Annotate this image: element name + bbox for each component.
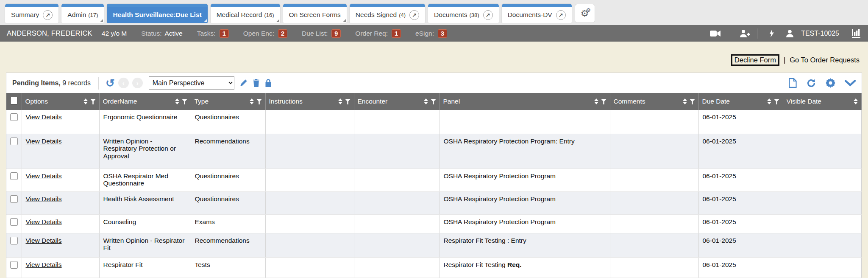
table-row: View Details Health Risk Assessment Ques… [6,191,862,214]
cell-due-date: 06-01-2025 [698,134,783,168]
lock-icon[interactable] [265,79,272,87]
bar-chart-icon[interactable] [852,29,860,38]
external-link-icon[interactable]: ↗ [43,10,53,20]
tab-settings-button[interactable]: ⚙ ⚙ [575,4,595,23]
patient-age-sex: 42 y/o M [102,30,127,37]
row-checkbox[interactable] [10,195,18,203]
view-details-link[interactable]: View Details [26,172,62,180]
row-checkbox[interactable] [10,261,18,269]
perspective-select[interactable]: Main Perspective [149,76,234,90]
cell-visible-date [783,214,862,233]
due-list-label: Due List: [302,30,328,37]
link-separator: | [784,56,785,64]
cell-comments [610,110,698,134]
open-enc-badge[interactable]: 2 [278,29,287,38]
tab-medical-record[interactable]: Medical Record (16) [211,4,280,23]
filter-icon[interactable] [90,99,96,104]
decline-form-link-box[interactable]: Decline Form [731,54,779,66]
tab-needs-signed[interactable]: Needs Signed (4) ↗ [350,4,425,23]
add-user-icon[interactable] [740,30,750,37]
trash-icon[interactable] [253,79,260,87]
view-details-link[interactable]: View Details [26,138,62,145]
sort-icon[interactable] [594,98,598,104]
edit-pencil-icon[interactable] [239,79,248,87]
order-req-badge[interactable]: 1 [392,29,401,38]
grid-title: Pending Items, 9 records [12,79,91,87]
row-checkbox[interactable] [10,138,18,145]
go-to-order-requests-link[interactable]: Go To Order Requests [790,56,860,64]
external-link-icon[interactable]: ↗ [483,10,493,20]
tab-fold-icon [204,19,207,22]
row-checkbox[interactable] [10,172,18,180]
patient-banner: ANDERSON, FREDERICK 42 y/o M Status: Act… [0,25,868,42]
refresh-icon[interactable] [806,78,816,88]
cell-instructions [265,257,354,278]
sort-icon[interactable] [338,98,342,104]
sort-icon[interactable] [424,98,428,104]
cell-instructions [265,233,354,257]
tab-documents[interactable]: Documents (38) ↗ [428,4,499,23]
cell-order-name: OSHA Respirator Med Questionnaire [99,168,191,191]
open-enc-label: Open Enc: [243,30,274,37]
row-checkbox[interactable] [10,218,18,226]
filter-icon[interactable] [774,99,779,104]
cell-due-date: 06-01-2025 [698,110,783,134]
filter-icon[interactable] [690,99,695,104]
external-link-icon[interactable]: ↗ [556,10,566,20]
filter-icon[interactable] [182,99,187,104]
sort-icon[interactable] [683,98,687,104]
row-checkbox[interactable] [10,113,18,121]
sort-icon[interactable] [767,98,771,104]
cell-order-name: Ergonomic Questionnaire [99,110,191,134]
view-details-link[interactable]: View Details [26,218,62,225]
tasks-badge[interactable]: 1 [220,29,229,38]
tab-health-surveillance-due-list[interactable]: Health Surveillance:Due List [107,4,207,23]
chevron-down-icon[interactable] [845,80,856,87]
sort-icon[interactable] [250,98,254,104]
sort-icon[interactable] [854,98,858,104]
lightning-icon[interactable] [769,29,774,37]
sort-icon[interactable] [83,98,88,104]
tab-summary[interactable]: Summary ↗ [5,4,58,23]
filter-icon[interactable] [256,99,262,104]
sort-icon[interactable] [175,98,179,104]
video-camera-icon[interactable] [710,30,721,37]
tab-label: Admin [67,11,86,19]
tab-on-screen-forms[interactable]: On Screen Forms [283,4,347,23]
view-details-link[interactable]: View Details [26,237,62,244]
filter-icon[interactable] [431,99,436,104]
undo-icon[interactable]: ↺ [106,78,115,89]
cell-order-name: Health Risk Assessment [99,191,191,214]
col-encounter: Encounter [354,93,440,110]
cell-due-date: 06-01-2025 [698,191,783,214]
view-details-link[interactable]: View Details [26,261,62,268]
status-label: Status: [141,30,161,37]
tab-label: Summary [11,11,39,19]
select-all-checkbox[interactable] [10,97,18,104]
external-link-icon[interactable]: ↗ [409,10,419,20]
settings-gear-icon[interactable] [826,78,835,88]
cell-comments [610,233,698,257]
cell-panel: Respirator Fit Testing Req. [440,257,610,278]
view-details-link[interactable]: View Details [26,195,62,202]
prev-perspective-button[interactable]: ‹ [118,78,129,88]
tab-admin[interactable]: Admin (17) [61,4,104,23]
decline-form-link[interactable]: Decline Form [734,56,776,64]
due-list-badge[interactable]: 9 [331,29,341,38]
filter-icon[interactable] [345,99,351,104]
filter-icon[interactable] [601,99,606,104]
tab-count: (4) [399,12,406,18]
esign-badge[interactable]: 3 [438,29,447,38]
cell-panel: OSHA Respiratory Protection Program: Ent… [440,134,610,168]
cell-encounter [354,257,440,278]
new-document-icon[interactable] [789,78,797,88]
next-perspective-button[interactable]: › [132,78,143,88]
row-checkbox[interactable] [10,237,18,244]
user-id: TEST-10025 [801,30,839,37]
cell-type: Recommendations [191,233,265,257]
action-links-row: Decline Form | Go To Order Requests [0,42,868,73]
view-details-link[interactable]: View Details [26,113,62,121]
tab-documents-dv[interactable]: Documents-DV ↗ [502,4,572,23]
cell-type: Questionnaires [191,191,265,214]
record-count: 9 records [61,79,91,87]
